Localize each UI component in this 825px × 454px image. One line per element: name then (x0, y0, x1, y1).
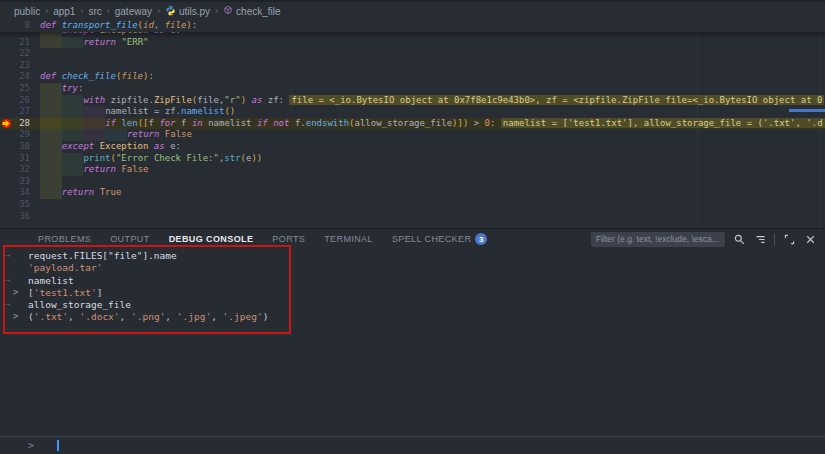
console-expression: request.FILES["file"].name (28, 250, 177, 261)
close-panel-icon[interactable] (803, 232, 817, 246)
code-line-36[interactable]: 36 (0, 211, 825, 223)
indent-guide (40, 153, 62, 165)
code-token: , (68, 311, 79, 322)
filter-lines-icon[interactable] (753, 232, 767, 246)
console-expression: allow_storage_file (28, 299, 131, 310)
panel-actions (591, 232, 817, 247)
code-line-21[interactable]: 21return "ERR" (0, 37, 825, 49)
breadcrumb-separator: › (157, 6, 160, 16)
code-line-26[interactable]: 26with zipfile.ZipFile(file,"r") as zf: … (0, 95, 825, 107)
line-number[interactable]: 23 (0, 60, 30, 70)
console-text: ['test1.txt'] (28, 287, 102, 298)
code-line-25[interactable]: 25try: (0, 83, 825, 95)
sticky-scroll-header[interactable]: 8def transport_file(id, file): (0, 20, 825, 32)
console-text: allow_storage_file (28, 299, 131, 310)
tab-ports[interactable]: PORTS (272, 234, 305, 244)
code-token: 'payload.tar' (28, 262, 102, 273)
breadcrumb-file-label: utils.py (179, 6, 210, 17)
breadcrumb-separator: › (45, 6, 48, 16)
code-token: '.jpeg' (223, 311, 263, 322)
tab-spell-checker[interactable]: SPELL CHECKER3 (392, 233, 487, 245)
method-symbol-icon (223, 5, 233, 17)
tab-output[interactable]: OUTPUT (110, 234, 149, 244)
code-line-8[interactable]: 8def transport_file(id, file): (0, 20, 825, 32)
input-arrow-icon: ⇢ (5, 299, 10, 309)
toolbar-separator (774, 234, 775, 245)
breadcrumb-item-src[interactable]: src (88, 6, 101, 17)
breakpoint-current-icon[interactable] (1, 118, 12, 129)
expand-chevron-icon[interactable]: > (13, 287, 18, 297)
code-token: def (40, 71, 62, 81)
debug-console-output: ⇢request.FILES["file"].name'payload.tar'… (0, 250, 825, 324)
code-token: def (40, 20, 62, 30)
tab-badge: 3 (475, 233, 487, 245)
code-token: len (121, 118, 137, 128)
indent-guide (62, 153, 84, 165)
console-row-expand[interactable]: >['test1.txt'] (0, 287, 825, 299)
overview-ruler-mark (789, 109, 825, 112)
filter-input[interactable] (591, 232, 725, 247)
line-number[interactable]: 33 (0, 176, 30, 186)
code-text: if len([f for f in namelist if not f.end… (105, 118, 824, 128)
code-token: ZipFile (154, 95, 192, 105)
code-token: ) (263, 311, 269, 322)
line-number[interactable]: 34 (0, 187, 30, 197)
line-number[interactable]: 31 (0, 153, 30, 163)
code-token: , (211, 311, 222, 322)
maximize-panel-icon[interactable] (782, 232, 796, 246)
line-number[interactable]: 29 (0, 129, 30, 139)
code-line-23[interactable]: 23 (0, 60, 825, 72)
tab-problems[interactable]: PROBLEMS (38, 234, 91, 244)
code-text: namelist = zf.namelist() (105, 106, 235, 116)
line-number[interactable]: 22 (0, 48, 30, 58)
console-row-expand[interactable]: >('.txt', '.docx', '.png', '.jpg', '.jpe… (0, 311, 825, 323)
code-line-27[interactable]: 27namelist = zf.namelist() (0, 106, 825, 118)
indent-guide (83, 118, 105, 130)
line-number[interactable]: 27 (0, 106, 30, 116)
code-line-28[interactable]: 28if len([f for f in namelist if not f.e… (0, 118, 825, 130)
code-token: '.txt' (34, 311, 68, 322)
code-line-33[interactable]: 33 (0, 176, 825, 188)
indent-guide (62, 37, 84, 49)
code-token: id (143, 20, 154, 30)
line-number[interactable]: 21 (0, 37, 30, 47)
tab-debug-console[interactable]: DEBUG CONSOLE (169, 234, 254, 244)
breadcrumb-file[interactable]: utils.py (165, 5, 210, 18)
line-number[interactable]: 25 (0, 83, 30, 93)
code-token: , (120, 311, 131, 322)
breadcrumb[interactable]: public›app1›src›gateway›utils.py›check_f… (0, 2, 825, 20)
code-line-32[interactable]: 32return False (0, 164, 825, 176)
breadcrumb-item-app1[interactable]: app1 (53, 6, 75, 17)
line-number[interactable]: 32 (0, 164, 30, 174)
expand-chevron-icon[interactable]: > (13, 311, 18, 321)
code-line-30[interactable]: 30except Exception as e: (0, 141, 825, 153)
console-text: namelist (28, 275, 74, 286)
code-text: def transport_file(id, file): (40, 20, 197, 30)
breadcrumb-symbol[interactable]: check_file (223, 5, 280, 17)
code-editor[interactable]: 8def transport_file(id, file): except Ex… (0, 20, 825, 228)
code-token: )) (251, 153, 262, 163)
code-line-34[interactable]: 34return True (0, 187, 825, 199)
code-token: allow_storage_file (355, 118, 453, 128)
line-number[interactable]: 36 (0, 211, 30, 221)
code-line-35[interactable]: 35 (0, 199, 825, 211)
code-token: file (121, 71, 143, 81)
code-line-24[interactable]: 24def check_file(file): (0, 71, 825, 83)
code-token: Exception (100, 141, 149, 151)
code-line-31[interactable]: 31print("Error Check File:",str(e)) (0, 153, 825, 165)
code-line-22[interactable]: 22 (0, 48, 825, 60)
code-token: e: (170, 32, 181, 35)
code-line-29[interactable]: 29return False (0, 129, 825, 141)
tab-terminal[interactable]: TERMINAL (324, 234, 373, 244)
debug-console-input-row[interactable]: > (0, 436, 825, 454)
code-token: as (246, 95, 268, 105)
code-token: return (127, 129, 165, 139)
line-number[interactable]: 30 (0, 141, 30, 151)
search-icon[interactable] (732, 232, 746, 246)
line-number[interactable]: 8 (0, 20, 30, 30)
breadcrumb-item-public[interactable]: public (14, 6, 40, 17)
breadcrumb-item-gateway[interactable]: gateway (115, 6, 152, 17)
line-number[interactable]: 26 (0, 95, 30, 105)
line-number[interactable]: 35 (0, 199, 30, 209)
line-number[interactable]: 24 (0, 71, 30, 81)
